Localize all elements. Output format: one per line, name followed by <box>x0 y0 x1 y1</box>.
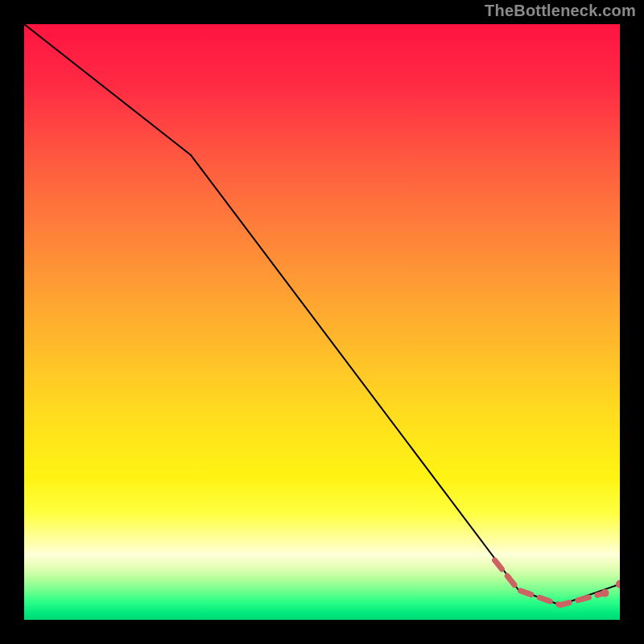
watermark-text: TheBottleneck.com <box>485 2 636 20</box>
curve-line <box>24 24 620 605</box>
plot-area <box>24 24 620 620</box>
highlight-dash <box>495 560 605 605</box>
chart-svg <box>24 24 620 620</box>
data-point <box>616 580 620 588</box>
data-points <box>601 580 621 597</box>
data-point <box>601 589 609 597</box>
chart-frame: TheBottleneck.com <box>0 0 644 644</box>
